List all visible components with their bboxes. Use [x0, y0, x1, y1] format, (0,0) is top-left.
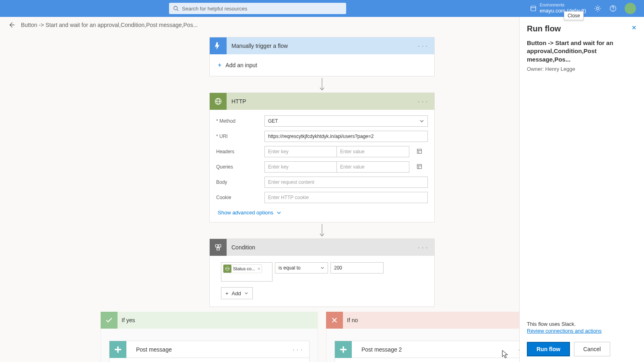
method-value: GET	[268, 118, 278, 124]
trigger-icon	[210, 37, 227, 54]
chevron-down-icon	[320, 266, 324, 270]
slack-yes-header[interactable]: Post message · · ·	[109, 341, 309, 358]
query-dynamic-icon[interactable]	[417, 164, 422, 171]
trigger-card: Manually trigger a flow · · · + Add an i…	[209, 37, 435, 76]
slack-yes-menu-icon[interactable]: · · ·	[291, 346, 304, 353]
svg-point-4	[597, 7, 599, 9]
avatar[interactable]	[625, 3, 636, 14]
connector-arrow	[319, 76, 325, 93]
http-body: Method GET URI https://reqrescytkjfcdykh…	[210, 110, 434, 222]
header-key-input[interactable]: Enter key	[264, 146, 337, 157]
slack-card-no: Post message 2 · · · Channel Name genera…	[334, 341, 535, 362]
branches: If yes Post message · · ·	[101, 312, 543, 362]
add-input-button[interactable]: + Add an input	[210, 54, 434, 76]
condition-card: Condition · · · Status co... ×	[209, 239, 435, 307]
svg-rect-18	[215, 245, 218, 247]
plus-icon: +	[225, 290, 229, 296]
slack-no-header[interactable]: Post message 2 · · ·	[335, 341, 535, 358]
slack-yes-title: Post message	[136, 346, 172, 353]
svg-rect-28	[118, 349, 121, 350]
condition-row: Status co... × is equal to 200	[221, 262, 423, 282]
run-flow-panel: Run flow ✕ Button -> Start and wait for …	[519, 17, 644, 362]
cookie-input[interactable]: Enter HTTP cookie	[264, 192, 428, 203]
environment-icon	[530, 5, 537, 12]
chevron-down-icon	[244, 291, 248, 295]
search-placeholder: Search for helpful resources	[182, 6, 248, 12]
branch-yes-header: If yes	[101, 312, 318, 329]
add-input-label: Add an input	[225, 62, 257, 68]
uri-input[interactable]: https://reqrescytkjfcdykhtdyk.in/api/use…	[264, 131, 428, 142]
back-icon[interactable]	[8, 21, 15, 29]
add-condition-button[interactable]: + Add	[221, 287, 253, 299]
trigger-header[interactable]: Manually trigger a flow · · ·	[210, 37, 434, 54]
method-label: Method	[216, 118, 264, 124]
run-flow-button[interactable]: Run flow	[527, 342, 570, 356]
svg-line-1	[177, 10, 179, 11]
trigger-menu-icon[interactable]: · · ·	[417, 43, 429, 49]
uri-label: URI	[216, 134, 264, 139]
svg-rect-14	[417, 164, 422, 169]
uri-value: https://reqrescytkjfcdykhtdyk.in/api/use…	[268, 134, 374, 139]
token-status-code[interactable]: Status co... ×	[223, 264, 262, 273]
svg-point-0	[174, 6, 178, 10]
x-icon	[326, 312, 343, 329]
http-header[interactable]: HTTP · · ·	[210, 93, 434, 110]
panel-owner: Owner: Henry Legge	[527, 66, 637, 72]
header-value-input[interactable]: Enter value	[337, 146, 409, 157]
body-input[interactable]: Enter request content	[264, 177, 428, 188]
query-key-input[interactable]: Enter key	[264, 161, 337, 173]
connector-arrow	[319, 222, 325, 239]
chevron-down-icon	[419, 119, 424, 123]
topbar: Search for helpful resources Environment…	[0, 0, 644, 17]
slack-card-yes: Post message · · · Channel Name general	[109, 341, 310, 362]
breadcrumb-text: Button -> Start and wait for an approval…	[21, 22, 198, 28]
check-icon	[101, 312, 118, 329]
headers-label: Headers	[216, 149, 264, 154]
query-value-input[interactable]: Enter value	[337, 161, 409, 173]
http-menu-icon[interactable]: · · ·	[417, 98, 429, 105]
branch-no: If no Post message 2 · · ·	[326, 312, 543, 362]
condition-menu-icon[interactable]: · · ·	[417, 244, 429, 251]
condition-icon	[210, 239, 227, 256]
http-card: HTTP · · · Method GET URI https://reqres…	[209, 93, 435, 222]
gear-icon[interactable]	[594, 5, 601, 12]
condition-value-input[interactable]: 200	[330, 262, 384, 274]
show-advanced-link[interactable]: Show advanced options	[216, 207, 283, 218]
operator-select[interactable]: is equal to	[275, 262, 328, 274]
panel-title: Run flow	[527, 24, 561, 33]
svg-rect-32	[343, 349, 347, 350]
close-tooltip: Close	[564, 11, 584, 20]
cancel-button[interactable]: Cancel	[574, 342, 610, 356]
svg-rect-20	[217, 248, 220, 250]
http-title: HTTP	[231, 98, 246, 105]
condition-title: Condition	[231, 244, 255, 251]
review-connections-link[interactable]: Review connections and actions	[527, 328, 637, 334]
help-icon[interactable]	[609, 5, 617, 12]
search-input[interactable]: Search for helpful resources	[169, 3, 346, 14]
slack-icon	[335, 341, 352, 358]
body-label: Body	[216, 179, 264, 185]
queries-label: Queries	[216, 164, 264, 170]
chevron-down-icon	[277, 210, 281, 215]
http-token-icon	[223, 265, 231, 273]
panel-flow-name: Button -> Start and wait for an approval…	[527, 39, 637, 64]
slack-icon	[109, 341, 126, 358]
env-label: Environments	[540, 2, 586, 8]
panel-note: This flow uses Slack.	[527, 321, 637, 327]
svg-rect-19	[219, 245, 221, 247]
token-remove-icon[interactable]: ×	[258, 266, 260, 271]
close-icon[interactable]: ✕	[632, 24, 637, 31]
branch-no-header: If no	[326, 312, 543, 329]
header-dynamic-icon[interactable]	[417, 148, 422, 155]
cookie-label: Cookie	[216, 195, 264, 200]
search-icon	[173, 6, 179, 11]
condition-header[interactable]: Condition · · ·	[210, 239, 434, 256]
branch-yes: If yes Post message · · ·	[101, 312, 318, 362]
svg-point-6	[613, 10, 613, 10]
condition-left-input[interactable]: Status co... ×	[221, 262, 272, 282]
svg-rect-2	[531, 6, 536, 11]
method-select[interactable]: GET	[264, 115, 428, 127]
trigger-title: Manually trigger a flow	[231, 43, 288, 49]
plus-icon: +	[218, 62, 221, 69]
http-icon	[210, 93, 227, 110]
